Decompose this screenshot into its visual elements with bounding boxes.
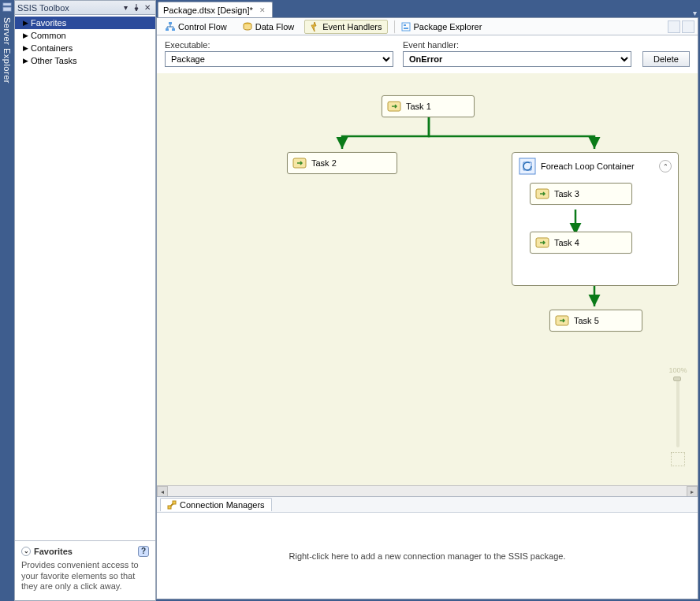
- designer-tabs: Control Flow Data Flow Event Handlers Pa…: [157, 18, 698, 35]
- horizontal-scrollbar[interactable]: ◂ ▸: [157, 485, 698, 496]
- data-flow-icon: [243, 22, 252, 32]
- svg-rect-0: [3, 3, 12, 6]
- parameters-icon[interactable]: [668, 20, 680, 33]
- server-explorer-icon: [2, 2, 13, 13]
- variables-icon[interactable]: [682, 20, 694, 33]
- connection-icon: [167, 500, 177, 510]
- toolbox-title: SSIS Toolbox: [17, 3, 120, 13]
- task-icon: [535, 187, 549, 201]
- connection-managers-tab[interactable]: Connection Managers: [160, 498, 272, 511]
- event-handlers-icon: [310, 22, 319, 32]
- toolbox-item-other-tasks[interactable]: ▶Other Tasks: [15, 54, 155, 67]
- svg-rect-7: [404, 24, 406, 26]
- server-explorer-label: Server Explorer: [2, 16, 12, 83]
- svg-rect-3: [166, 28, 169, 31]
- executable-dropdown[interactable]: Package: [165, 51, 393, 67]
- event-handler-dropdown[interactable]: OnError: [403, 51, 631, 67]
- document-tab-close[interactable]: ✕: [258, 6, 267, 15]
- caret-icon: ▶: [23, 32, 29, 39]
- caret-icon: ▶: [23, 44, 29, 52]
- server-explorer-strip[interactable]: Server Explorer: [0, 0, 14, 601]
- task-node-1[interactable]: Task 1: [382, 95, 475, 117]
- task-icon: [292, 156, 307, 170]
- caret-icon: ▶: [23, 19, 29, 27]
- foreach-loop-icon: [519, 158, 536, 175]
- main-area: Package.dtsx [Design]* ✕ ▾ Control Flow …: [156, 0, 700, 601]
- event-handler-selector-row: Executable: Package Event handler: OnErr…: [157, 35, 698, 73]
- document-tab-strip: Package.dtsx [Design]* ✕ ▾: [156, 0, 700, 17]
- svg-rect-8: [404, 28, 408, 29]
- task-node-4[interactable]: Task 4: [530, 232, 632, 254]
- toolbox-item-containers[interactable]: ▶Containers: [15, 42, 155, 54]
- package-explorer-icon: [401, 22, 411, 32]
- task-label: Task 3: [554, 189, 579, 198]
- svg-rect-2: [169, 22, 172, 24]
- tab-event-handlers[interactable]: Event Handlers: [304, 20, 387, 34]
- scroll-right-button[interactable]: ▸: [687, 486, 698, 496]
- document-area: Control Flow Data Flow Event Handlers Pa…: [156, 17, 698, 599]
- task-icon: [535, 236, 549, 250]
- tab-package-explorer[interactable]: Package Explorer: [394, 20, 488, 34]
- event-handler-label: Event handler:: [403, 40, 631, 50]
- svg-rect-16: [173, 501, 176, 504]
- toolbox-titlebar: SSIS Toolbox ▾ ✕: [15, 1, 155, 15]
- scroll-track[interactable]: [168, 486, 687, 496]
- connection-managers-tabstrip: Connection Managers: [157, 497, 698, 513]
- task-label: Task 4: [554, 238, 579, 247]
- toolbox-close-button[interactable]: ✕: [142, 2, 153, 13]
- connection-managers-hint: Right-click here to add a new connection…: [289, 551, 566, 561]
- zoom-fit-button[interactable]: [671, 452, 685, 466]
- zoom-slider[interactable]: [676, 377, 680, 447]
- scroll-left-button[interactable]: ◂: [157, 486, 168, 496]
- toolbox-item-favorites[interactable]: ▶Favorites: [15, 17, 155, 29]
- svg-rect-4: [172, 28, 175, 31]
- zoom-label: 100%: [668, 366, 687, 374]
- svg-rect-6: [402, 23, 410, 31]
- toolbox-desc-title: Favorites: [34, 547, 73, 556]
- document-tab-label: Package.dtsx [Design]*: [163, 6, 253, 15]
- toolbox-menu-button[interactable]: ▾: [120, 2, 131, 13]
- toolbox-desc-text: Provides convenient access to your favor…: [21, 560, 149, 592]
- toolbox-pin-button[interactable]: [131, 2, 142, 13]
- connection-managers-tab-label: Connection Managers: [180, 500, 265, 510]
- task-icon: [555, 313, 569, 328]
- chevron-down-icon[interactable]: ⌄: [21, 547, 31, 556]
- event-handler-selector: Event handler: OnError: [403, 40, 631, 67]
- document-tab[interactable]: Package.dtsx [Design]* ✕: [158, 2, 273, 17]
- canvas-wrap: Task 1 Task 2 Foreach Loop Container ⌃: [157, 73, 698, 496]
- task-label: Task 1: [406, 102, 431, 111]
- task-icon: [387, 99, 401, 113]
- container-label: Foreach Loop Container: [541, 161, 635, 171]
- zoom-widget: 100%: [666, 366, 690, 466]
- toolbox-item-common[interactable]: ▶Common: [15, 29, 155, 42]
- design-canvas[interactable]: Task 1 Task 2 Foreach Loop Container ⌃: [157, 73, 698, 485]
- tab-strip-menu[interactable]: ▾: [693, 9, 697, 17]
- svg-rect-15: [168, 506, 171, 509]
- task-node-2[interactable]: Task 2: [287, 152, 397, 174]
- ssis-toolbox-panel: SSIS Toolbox ▾ ✕ ▶Favorites ▶Common ▶Con…: [14, 0, 156, 601]
- help-icon[interactable]: ?: [138, 546, 149, 557]
- tab-control-flow[interactable]: Control Flow: [160, 20, 233, 34]
- task-label: Task 2: [311, 158, 337, 168]
- tab-data-flow[interactable]: Data Flow: [237, 20, 300, 34]
- toolbox-list: ▶Favorites ▶Common ▶Containers ▶Other Ta…: [15, 15, 155, 540]
- connection-managers-body[interactable]: Right-click here to add a new connection…: [157, 513, 698, 599]
- foreach-loop-container[interactable]: Foreach Loop Container ⌃ Task 3: [512, 152, 679, 286]
- svg-rect-1: [3, 7, 12, 11]
- svg-rect-11: [519, 158, 535, 174]
- toolbox-description: ⌄ Favorites ? Provides convenient access…: [15, 540, 155, 600]
- container-collapse-button[interactable]: ⌃: [659, 160, 672, 173]
- caret-icon: ▶: [23, 57, 29, 65]
- executable-label: Executable:: [165, 40, 393, 50]
- connection-managers-panel: Connection Managers Right-click here to …: [157, 496, 698, 599]
- delete-button[interactable]: Delete: [642, 51, 690, 67]
- executable-selector: Executable: Package: [165, 40, 393, 67]
- task-node-3[interactable]: Task 3: [530, 183, 632, 205]
- task-node-5[interactable]: Task 5: [549, 310, 642, 332]
- zoom-thumb[interactable]: [673, 377, 681, 381]
- designer-toolbar-icons: [668, 20, 694, 33]
- control-flow-icon: [166, 22, 175, 32]
- task-label: Task 5: [574, 316, 599, 325]
